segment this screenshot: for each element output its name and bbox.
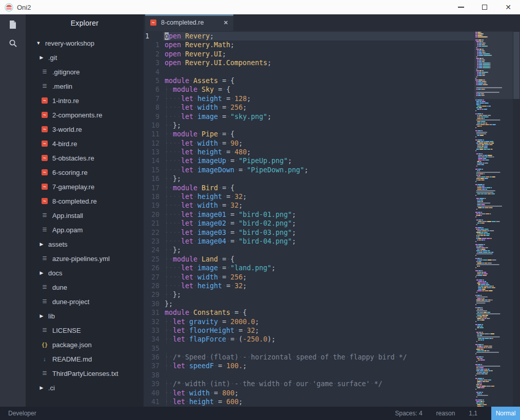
tree-item[interactable]: ☰ThirdPartyLicenses.txt [26, 366, 144, 381]
tree-item[interactable]: ☰LICENSE [26, 323, 144, 337]
code-line[interactable]: 37··let·speedF·=·100.; [144, 362, 474, 370]
status-vim-mode: Normal [491, 407, 520, 420]
code-line[interactable]: 31module·Constants·=·{ [144, 308, 474, 317]
code-line[interactable]: 27····let·width·=·256; [144, 273, 474, 282]
tree-item[interactable]: ▶.ci [26, 381, 144, 395]
code-line[interactable]: 36··/*·Speed·(float)·-·horizontal·speed·… [144, 353, 474, 362]
code-line[interactable]: 22····let·image03·=·"bird-03.png"; [144, 228, 474, 237]
code-line[interactable]: 6··module·Sky·=·{ [144, 85, 474, 94]
indent-guide [166, 219, 167, 228]
code-line[interactable]: 4 [144, 68, 474, 76]
code-line[interactable]: 23····let·image04·=·"bird-04.png"; [144, 237, 474, 246]
code-line[interactable]: 19····let·width·=·32; [144, 201, 474, 210]
code-line[interactable]: 7····let·height·=·128; [144, 94, 474, 103]
code-line[interactable]: 28····let·height·=·32; [144, 282, 474, 290]
tree-item-label: 4-bird.re [52, 140, 77, 148]
tree-item[interactable]: ↓README.md [26, 352, 144, 366]
code-line[interactable]: 2open·Revery.UI; [144, 50, 474, 58]
new-file-button[interactable] [7, 19, 18, 30]
code-line[interactable]: 20····let·image01·=·"bird-01.png"; [144, 210, 474, 219]
tree-item[interactable]: ☰App.install [26, 208, 144, 223]
code-line[interactable]: 25··module·Land·=·{ [144, 255, 474, 264]
file-icon: ☰ [41, 370, 48, 377]
indent-guide [166, 379, 167, 388]
tab-close-icon[interactable]: ✕ [224, 19, 228, 26]
explorer-header: Explorer [26, 14, 144, 32]
tab-8-completed[interactable]: ~ 8-completed.re ✕ [145, 14, 233, 31]
tree-item[interactable]: ▶lib [26, 309, 144, 323]
tree-item[interactable]: ▼revery-workshop [26, 36, 144, 50]
reason-file-icon: ~ [41, 183, 48, 190]
code-line[interactable]: 12····let·width·=·90; [144, 139, 474, 148]
code-line[interactable]: 3open·Revery.UI.Components; [144, 58, 474, 67]
tree-item[interactable]: ~7-gameplay.re [26, 179, 144, 194]
code-area[interactable]: 1open·Revery;1open·Revery.Math;2open·Rev… [144, 31, 474, 407]
minimize-button[interactable] [449, 0, 473, 14]
json-file-icon: {} [41, 341, 48, 348]
tree-item[interactable]: ~6-scoring.re [26, 165, 144, 179]
tree-item[interactable]: ▶assets [26, 237, 144, 251]
tree-item[interactable]: ☰.gitignore [26, 65, 144, 79]
code-line[interactable]: 15····let·imageDown·=·"PipeDown.png"; [144, 166, 474, 174]
code-line[interactable]: 16··}; [144, 174, 474, 183]
scrollbar-thumb[interactable] [513, 32, 519, 99]
tree-item[interactable]: ~2-components.re [26, 108, 144, 122]
code-line[interactable]: 41··let·height·=·600; [144, 397, 474, 406]
line-number: 38 [144, 371, 163, 379]
tree-item[interactable]: ☰.merlin [26, 79, 144, 93]
tree-item[interactable]: ☰azure-pipelines.yml [26, 251, 144, 266]
code-line[interactable]: 29··}; [144, 290, 474, 299]
minimap[interactable] [474, 31, 513, 407]
code-line[interactable]: 21····let·image02·=·"bird-02.png"; [144, 219, 474, 228]
code-line[interactable]: 1open·Revery.Math; [144, 41, 474, 49]
tree-item[interactable]: ~8-completed.re [26, 194, 144, 208]
code-line[interactable]: 32··let·gravity·=·2000.0; [144, 317, 474, 326]
code-line[interactable]: 1open·Revery; [144, 32, 474, 41]
tree-item[interactable]: ~5-obstacles.re [26, 151, 144, 165]
status-indentation[interactable]: Spaces: 4 [395, 410, 422, 417]
code-line[interactable]: 39··/*·width·(int)·-·the·width·of·our·'g… [144, 379, 474, 388]
tree-item[interactable]: ~4-bird.re [26, 136, 144, 151]
tree-item-label: App.install [52, 212, 83, 219]
code-line[interactable]: 18····let·height·=·32; [144, 192, 474, 201]
code-line[interactable]: 11··module·Pipe·=·{ [144, 130, 474, 138]
code-line[interactable]: 35 [144, 344, 474, 353]
tree-item[interactable]: ▶.git [26, 50, 144, 65]
close-button[interactable]: ✕ [496, 0, 520, 14]
code-line[interactable]: 17··module·Bird·=·{ [144, 184, 474, 192]
code-line[interactable]: 13····let·height·=·480; [144, 148, 474, 156]
indent-guide [166, 210, 167, 219]
indent-guide [166, 326, 167, 335]
code-line[interactable]: 26····let·image·=·"land.png"; [144, 264, 474, 272]
tree-item[interactable]: ☰App.opam [26, 223, 144, 237]
code-line[interactable]: 40··let·width·=·800; [144, 389, 474, 397]
code-line[interactable]: 14····let·imageUp·=·"PipeUp.png"; [144, 156, 474, 165]
file-icon: ☰ [41, 68, 48, 75]
code-line[interactable]: 8····let·width·=·256; [144, 103, 474, 112]
text-cursor: o [165, 32, 169, 40]
tree-item[interactable]: {}package.json [26, 337, 144, 352]
maximize-button[interactable] [473, 0, 496, 14]
status-language[interactable]: reason [436, 410, 455, 417]
search-button[interactable] [7, 37, 18, 49]
window-title: Oni2 [17, 4, 31, 11]
tree-item[interactable]: ▶docs [26, 266, 144, 280]
tree-item-label: LICENSE [52, 327, 81, 334]
code-line[interactable]: 34··let·flapForce·=·(-250.0); [144, 335, 474, 344]
tab-label: 8-completed.re [161, 19, 224, 26]
reason-file-icon: ~ [41, 126, 48, 133]
tree-item[interactable]: ~3-world.re [26, 122, 144, 136]
code-line[interactable]: 33··let·floorHeight·=·32; [144, 326, 474, 335]
tree-item-label: dune [52, 284, 67, 291]
editor-scrollbar[interactable] [513, 31, 520, 407]
code-line[interactable]: 10··}; [144, 121, 474, 130]
tree-item[interactable]: ☰dune [26, 280, 144, 294]
code-line[interactable]: 5module·Assets·=·{ [144, 76, 474, 85]
chevron-right-icon: ▶ [39, 242, 44, 247]
code-line[interactable]: 30}; [144, 299, 474, 308]
tree-item[interactable]: ~1-intro.re [26, 93, 144, 108]
code-line[interactable]: 38 [144, 371, 474, 379]
tree-item[interactable]: ☰dune-project [26, 294, 144, 309]
code-line[interactable]: 9····let·image·=·"sky.png"; [144, 112, 474, 121]
code-line[interactable]: 24··}; [144, 246, 474, 254]
